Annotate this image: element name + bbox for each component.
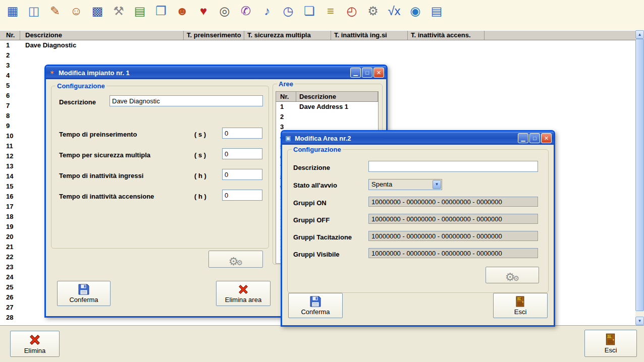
key-tool-icon[interactable]: ⚒ [111,3,126,19]
exit-door-icon: CLOSE [604,333,617,346]
tempo-field-unit: ( s ) [194,151,206,159]
dialog-impianto-titlebar[interactable]: ✶ Modifica impianto nr. 1 ▁ □ ✕ [46,66,386,79]
cell-nr: 10 [0,131,20,141]
area-esci-button[interactable]: CLOSE Esci [493,293,548,318]
cell-inattivita-accensione [408,111,485,121]
formula-icon[interactable]: √x [387,3,402,19]
document-icon[interactable]: ❏ [302,3,317,19]
cell-descrizione: Dave Diagnostic [20,40,184,50]
column-header-inattivita-accensione[interactable]: T. inattività accens. [408,31,485,40]
tempo-field-input[interactable] [222,128,262,139]
area-conferma-button[interactable]: Conferma [288,293,343,318]
column-header-sicurezza[interactable]: T. sicurezza multipla [244,31,331,40]
area-settings-button[interactable]: ⚙⚙ [486,267,539,283]
elimina-button[interactable]: Elimina [10,331,60,357]
aree-column-descrizione[interactable]: Descrizione [296,92,378,101]
globe-icon[interactable]: ◉ [408,3,423,19]
tempo-field-row: Tempo di inattività ingressi ( h ) [59,167,264,188]
clock-icon[interactable]: ◴ [344,3,359,19]
cell-nr: 1 [0,40,20,50]
aree-row[interactable]: 2 [276,112,378,122]
tempo-field-input[interactable] [222,169,262,180]
chart-edit-icon[interactable]: ✎ [47,3,63,19]
scroll-up-icon[interactable]: ▲ [635,30,644,39]
tempo-field-row: Tempo di preinserimento ( s ) [59,126,264,146]
descrizione-input[interactable] [110,95,263,106]
aree-row[interactable]: 1 Dave Address 1 [276,102,378,112]
stopwatch-icon[interactable]: ◷ [281,3,296,19]
network-card-icon[interactable]: ▤ [132,3,147,19]
tempo-field-label: Tempo di inattività ingressi [59,172,143,179]
impianto-conferma-button[interactable]: Conferma [57,281,111,306]
cell-nr: 26 [0,292,20,303]
users-icon[interactable]: ☻ [175,3,190,19]
column-header-descrizione[interactable]: Descrizione [20,31,184,40]
aree-column-nr[interactable]: Nr. [276,92,296,101]
horn-icon[interactable]: ✆ [238,3,253,19]
minimize-button[interactable]: ▁ [350,68,361,78]
grid-dots-icon[interactable]: ▩ [90,3,105,19]
cell-nr: 15 [0,182,20,192]
notes-icon[interactable]: ≡ [323,3,338,19]
user-search-icon[interactable]: ☺ [69,3,84,19]
gears-icon[interactable]: ⚙ [365,3,381,19]
archive-box-icon[interactable]: ◫ [26,3,41,19]
window-grid-icon[interactable]: ▦ [5,3,20,19]
vertical-scrollbar[interactable]: ▲ ▼ [635,30,644,325]
cell-nr: 23 [0,262,20,272]
heart-gift-icon[interactable]: ♥ [196,3,211,19]
area-conferma-label: Conferma [301,308,330,316]
descrizione-label: Descrizione [59,98,96,106]
music-note-icon[interactable]: ♪ [259,3,275,19]
cell-nr: 22 [0,252,20,262]
window-icon: ▣ [284,135,292,142]
cell-inattivita-ingressi [331,40,408,50]
column-header-inattivita-ingressi[interactable]: T. inattività ing.si [331,31,408,40]
stato-avvio-select[interactable]: Spenta ▼ [368,179,442,190]
window-icon: ✶ [48,69,56,76]
gruppi-value-field: 10000000 - 00000000 - 00000000 - 0000000 [368,214,538,224]
tempo-field-input[interactable] [222,148,262,159]
cell-inattivita-accensione [408,71,485,81]
copy-cards-icon[interactable]: ❐ [153,3,169,19]
close-button[interactable]: ✕ [373,68,384,78]
cell-inattivita-ingressi [331,50,408,61]
maximize-button[interactable]: □ [529,133,540,143]
aree-group-label: Aree [277,80,295,88]
dialog-area-titlebar[interactable]: ▣ Modifica Area nr.2 ▁ □ ✕ [282,132,554,145]
aree-cell-descrizione: Dave Address 1 [296,102,378,112]
svg-text:CLOSE: CLOSE [516,298,522,300]
area-descrizione-input[interactable] [368,161,538,172]
close-button[interactable]: ✕ [541,133,552,143]
minimize-button[interactable]: ▁ [518,133,528,143]
cell-inattivita-accensione [408,91,485,101]
impianto-conferma-label: Conferma [69,296,98,304]
table-row[interactable]: 2 [0,50,635,61]
tempo-field-input[interactable] [222,190,262,201]
tempo-field-label: Tempo di inattività accensione [59,193,154,200]
gruppi-value-field: 10000000 - 00000000 - 00000000 - 0000000 [368,197,538,207]
tree-view-icon[interactable]: ▤ [429,3,444,19]
maximize-button[interactable]: □ [362,68,372,78]
main-toolbar: ▦ ◫ ✎ ☺ ▩ ⚒ ▤ ❐ ☻ ♥ ◎ ✆ ♪ ◷ ❏ ≡ [0,0,644,30]
impianto-settings-button[interactable]: ⚙⚙ [208,251,263,268]
elimina-area-button[interactable]: Elimina area [216,281,271,306]
column-header-preinserimento[interactable]: T. preinserimento [184,31,244,40]
app-root: ▦ ◫ ✎ ☺ ▩ ⚒ ▤ ❐ ☻ ♥ ◎ ✆ ♪ ◷ ❏ ≡ [0,0,644,362]
column-header-nr[interactable]: Nr. [0,31,20,40]
scrollbar-thumb[interactable] [635,39,644,311]
esci-button[interactable]: CLOSE Esci [584,330,637,357]
search-icon[interactable]: ◎ [217,3,232,19]
dialog-area-title: Modifica Area nr.2 [295,135,351,142]
tempo-field-label: Tempo di preinserimento [59,131,137,138]
cell-nr: 28 [0,313,20,323]
cell-nr: 8 [0,111,20,121]
tempo-field-label: Tempo per sicurezza multipla [59,151,150,159]
gruppi-row: Gruppi Tacitazione 10000000 - 00000000 -… [293,229,541,247]
gruppi-label: Gruppi Tacitazione [293,233,352,241]
tempo-field-unit: ( s ) [194,131,206,138]
scroll-down-icon[interactable]: ▼ [635,317,644,325]
table-row[interactable]: 1 Dave Diagnostic [0,40,635,50]
chevron-down-icon[interactable]: ▼ [433,180,441,189]
cell-nr: 14 [0,171,20,182]
